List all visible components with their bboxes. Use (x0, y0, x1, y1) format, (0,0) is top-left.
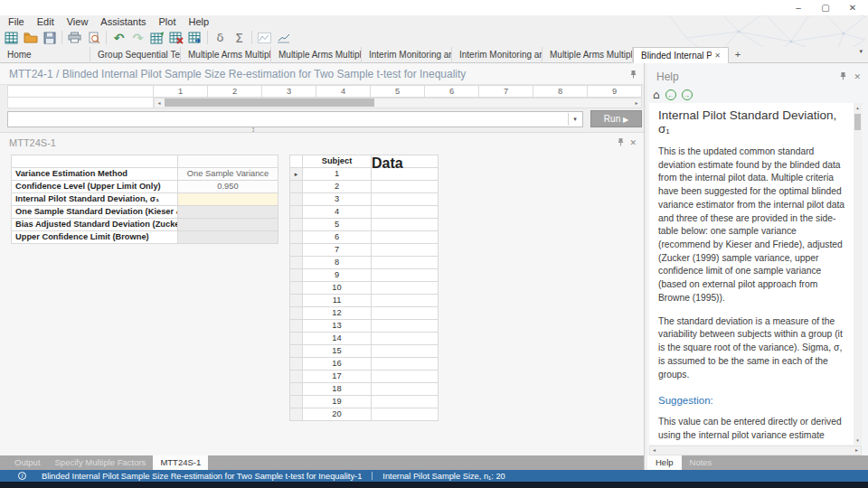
row-selector-cell[interactable] (290, 371, 303, 383)
sigma-icon[interactable]: Σ (230, 30, 249, 46)
bottom-tab-output[interactable]: Output (7, 455, 48, 470)
scroll-up-icon[interactable]: ▴ (854, 105, 862, 110)
row-selector-cell[interactable] (290, 295, 303, 307)
param-value-cell[interactable] (178, 193, 278, 206)
grid-column-header[interactable]: 1 (154, 85, 208, 98)
row-selector-cell[interactable] (290, 383, 303, 396)
tab-interim-monitoring-and-u[interactable]: Interim Monitoring and U (452, 47, 542, 63)
data-cell[interactable] (372, 408, 439, 421)
row-selector-cell[interactable]: ▸ (290, 168, 303, 181)
pin-icon[interactable] (840, 71, 846, 82)
param-value-cell[interactable] (178, 206, 278, 219)
scroll-left-icon[interactable]: ◂ (653, 446, 656, 455)
forward-icon[interactable]: → (682, 89, 693, 100)
row-selector-cell[interactable] (290, 219, 303, 231)
param-value-cell[interactable]: 0.950 (178, 181, 278, 193)
row-selector-cell[interactable] (290, 307, 303, 320)
scrollbar-thumb[interactable] (854, 114, 861, 130)
data-cell[interactable] (372, 307, 439, 320)
row-selector-cell[interactable] (290, 396, 303, 408)
row-selector-cell[interactable] (290, 320, 303, 333)
new-table-icon[interactable] (2, 30, 21, 46)
scroll-right-icon[interactable]: ▸ (632, 99, 641, 108)
print-icon[interactable] (65, 30, 84, 46)
grid-column-header[interactable]: 3 (262, 85, 316, 98)
help-tab-help[interactable]: Help (647, 455, 682, 470)
grid-column-header[interactable]: 6 (425, 85, 479, 98)
delete-table-icon[interactable] (166, 30, 185, 46)
row-selector-cell[interactable] (290, 181, 303, 193)
data-cell[interactable] (372, 358, 439, 371)
redo-icon[interactable]: ↷ (128, 30, 147, 46)
grid-column-header[interactable]: 4 (316, 85, 371, 98)
tab-interim-monitoring-and-u[interactable]: Interim Monitoring and U (362, 47, 452, 63)
home-icon[interactable]: ⌂ (653, 89, 660, 101)
tab-group-sequential-test-of-t[interactable]: Group Sequential Test of T (90, 47, 181, 63)
delta-icon[interactable]: δ (211, 30, 230, 46)
data-cell[interactable] (372, 206, 439, 219)
data-cell[interactable] (372, 333, 439, 345)
grid-column-header[interactable]: 5 (371, 85, 425, 98)
data-cell[interactable] (372, 295, 439, 307)
minimize-button[interactable]: – (785, 0, 812, 15)
menu-edit[interactable]: Edit (31, 16, 61, 27)
line-plot-icon[interactable] (255, 30, 274, 46)
new-tab-button[interactable]: + (729, 47, 747, 62)
data-cell[interactable] (372, 181, 439, 193)
data-cell[interactable] (372, 257, 439, 269)
data-cell[interactable] (372, 219, 439, 231)
help-tab-notes[interactable]: Notes (682, 455, 721, 470)
grid-column-header[interactable]: 2 (208, 85, 262, 98)
save-icon[interactable] (40, 30, 59, 46)
print-preview-icon[interactable] (84, 30, 103, 46)
menu-view[interactable]: View (61, 16, 95, 27)
data-cell[interactable] (372, 244, 439, 257)
tab-home[interactable]: Home (0, 47, 90, 63)
row-selector-cell[interactable] (290, 269, 303, 282)
scroll-left-icon[interactable]: ◂ (155, 99, 164, 108)
tab-multiple-arms-multiple-st[interactable]: Multiple Arms Multiple St (271, 47, 362, 63)
data-cell[interactable] (372, 396, 439, 408)
menu-file[interactable]: File (2, 16, 31, 27)
trend-plot-icon[interactable] (274, 30, 293, 46)
menu-plot[interactable]: Plot (153, 16, 183, 27)
tab-multiple-arms-multiple-st[interactable]: Multiple Arms Multiple St (181, 47, 271, 63)
data-cell[interactable] (372, 282, 439, 295)
row-selector-cell[interactable] (290, 282, 303, 295)
row-selector-cell[interactable] (290, 231, 303, 244)
row-selector-cell[interactable] (290, 358, 303, 371)
open-folder-icon[interactable] (21, 30, 40, 46)
tab-multiple-arms-multiple-st[interactable]: Multiple Arms Multiple St (542, 47, 633, 63)
insert-table-icon[interactable] (147, 30, 166, 46)
close-button[interactable]: ✕ (839, 0, 866, 15)
chevron-down-icon[interactable]: ▾ (568, 113, 581, 126)
menu-help[interactable]: Help (182, 16, 215, 27)
row-selector-cell[interactable] (290, 206, 303, 219)
row-selector-cell[interactable] (290, 408, 303, 421)
scroll-right-icon[interactable]: ▸ (855, 446, 858, 455)
param-value-cell[interactable]: One Sample Variance (178, 168, 278, 181)
help-horizontal-scrollbar[interactable]: ◂ ▸ (649, 446, 862, 455)
bottom-tab-specify-multiple-factors[interactable]: Specify Multiple Factors (48, 455, 154, 470)
data-cell[interactable] (372, 193, 439, 206)
undo-icon[interactable]: ↶ (109, 30, 128, 46)
row-selector-cell[interactable] (290, 193, 303, 206)
back-icon[interactable]: ← (665, 89, 676, 100)
data-cell[interactable] (372, 371, 439, 383)
grid-column-header[interactable]: 9 (588, 85, 642, 98)
menu-assistants[interactable]: Assistants (94, 16, 152, 27)
export-table-icon[interactable] (185, 30, 204, 46)
data-cell[interactable] (372, 383, 439, 396)
close-icon[interactable]: ✕ (629, 138, 637, 147)
maximize-button[interactable]: ▢ (812, 0, 839, 15)
tab-overflow-chevron-icon[interactable]: ▾ (859, 48, 863, 55)
grid-column-header[interactable]: 8 (533, 85, 588, 98)
row-selector-cell[interactable] (290, 257, 303, 269)
row-selector-cell[interactable] (290, 345, 303, 358)
scroll-down-icon[interactable]: ▾ (854, 437, 862, 443)
grid-horizontal-scrollbar[interactable]: ◂ ▸ (7, 98, 642, 108)
run-button[interactable]: Run ▶ (590, 110, 642, 127)
tab-close-icon[interactable]: ✕ (714, 48, 721, 63)
help-vertical-scrollbar[interactable]: ▴ ▾ (854, 103, 862, 445)
data-cell[interactable] (372, 231, 439, 244)
